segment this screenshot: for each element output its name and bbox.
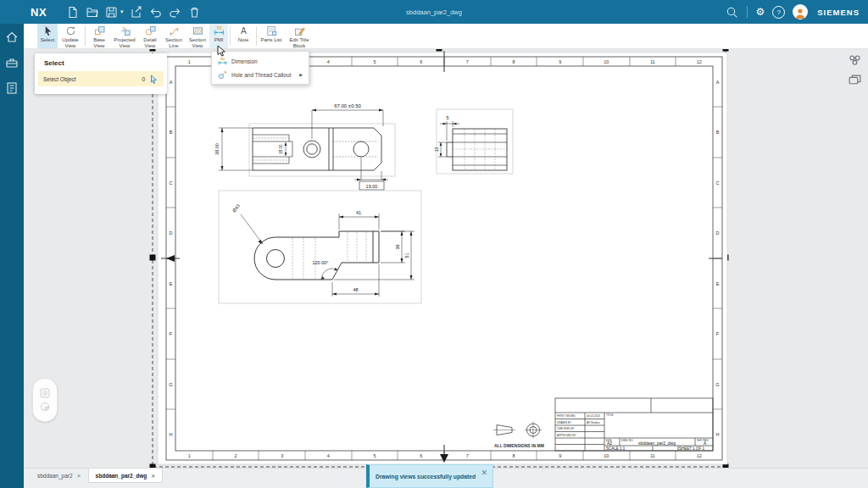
ribbon-button-section-line[interactable]: Section Line — [162, 24, 186, 48]
zone-label: 9 — [537, 57, 583, 66]
svg-text:A: A — [241, 26, 247, 36]
ribbon-button-label: Detail View — [138, 37, 162, 48]
ribbon-button-note[interactable]: A Note — [232, 24, 254, 48]
panels-icon[interactable] — [848, 73, 862, 87]
cursor-icon — [42, 25, 53, 36]
titlebar-separator — [747, 6, 748, 18]
touch-controls[interactable] — [32, 378, 58, 422]
base-view-icon — [94, 25, 105, 36]
ribbon-button-label: Section View — [186, 37, 209, 48]
tab-label: sbddaan_par2_dwg — [96, 473, 147, 479]
zone-label: 2 — [213, 451, 259, 460]
toast-notification: Drawing views successfully updated ✕ — [366, 464, 493, 488]
tab-close-icon[interactable]: ✕ — [151, 473, 155, 479]
refresh-icon — [65, 25, 76, 36]
tb-first-issued-label: FIRST ISSUED — [557, 414, 576, 418]
journal-icon[interactable] — [5, 81, 19, 98]
zone-label: A — [713, 57, 722, 108]
ribbon-button-label: Section Line — [162, 37, 186, 48]
select-panel: Select Select Object 0 — [35, 53, 167, 94]
dimension-icon — [218, 57, 227, 66]
zone-label: 3 — [259, 451, 305, 460]
tb-approved-by-label: APPROVED BY — [557, 434, 577, 437]
dim-text: 19.00 — [366, 184, 378, 189]
zone-label: 10 — [583, 451, 630, 460]
zone-label: 8 — [491, 57, 537, 66]
dim-text: 5 — [446, 115, 448, 120]
submenu-arrow-icon: ▶ — [299, 72, 303, 77]
dim-text: 120.00° — [312, 260, 328, 265]
menu-item-hole-thread-callout[interactable]: Hole and Thread Callout ▶ — [212, 68, 309, 81]
zone-label: 11 — [630, 57, 676, 66]
ribbon-button-select[interactable]: Select — [37, 24, 58, 48]
ribbon-button-section-view[interactable]: Section View — [186, 24, 209, 48]
ribbon-button-parts-list[interactable]: Parts List — [259, 24, 284, 48]
zone-label: 6 — [398, 57, 444, 66]
select-cursor-icon — [150, 75, 159, 84]
tab-close-icon[interactable]: ✕ — [77, 473, 81, 479]
tab-part[interactable]: sbddaan_par2 ✕ — [31, 469, 88, 482]
zone-label: 8 — [491, 451, 537, 460]
tab-drawing[interactable]: sbddaan_par2_dwg ✕ — [88, 469, 164, 483]
dim-text: 48 — [353, 287, 358, 292]
right-toolbar — [848, 53, 862, 87]
dimensions-note: ALL DIMENSIONS IN MM — [494, 443, 544, 448]
ribbon-button-label: Parts List — [260, 37, 281, 43]
ribbon-button-label: Base View — [87, 37, 111, 48]
zone-label: D — [713, 208, 722, 259]
tb-drawn-by-value: AV Studios — [587, 421, 600, 424]
dim-text: 41 — [356, 210, 361, 215]
dim-text: 13 — [434, 147, 439, 152]
settings-gear-icon[interactable]: ⚙ — [755, 7, 765, 17]
zone-label: 7 — [444, 451, 491, 460]
tb-dwg-no: sbddaan_par2_dwg — [638, 441, 676, 446]
ribbon-button-label: Projected View — [111, 37, 138, 48]
zone-label: 4 — [305, 57, 352, 66]
zone-label: 11 — [630, 451, 676, 460]
zone-label: 10 — [583, 57, 630, 66]
keypad-icon — [40, 388, 50, 398]
ribbon-divider — [85, 26, 86, 46]
tb-title-label: TITLE — [606, 413, 614, 417]
ribbon-button-label: Update View — [58, 37, 83, 48]
select-object-row[interactable]: Select Object 0 — [38, 71, 164, 86]
zone-label: E — [166, 258, 175, 309]
select-object-label: Select Object — [43, 76, 142, 82]
toast-close-icon[interactable]: ✕ — [481, 469, 492, 484]
note-icon: A — [238, 25, 249, 36]
tb-size-value: A2 — [607, 441, 612, 446]
nx-app-window: NX ▾ sbddaan_par2_dwg ⚙ ? SIEMENS — [0, 0, 868, 488]
toolbox-icon[interactable] — [5, 56, 19, 73]
menu-item-label: Dimension — [231, 58, 258, 64]
ribbon-divider — [230, 26, 231, 46]
home-icon[interactable] — [5, 30, 19, 47]
ribbon-button-detail-view[interactable]: Detail View — [138, 24, 162, 48]
dim-text: 51 — [404, 252, 409, 258]
tb-first-issued-value: 04-02-2021 — [587, 414, 601, 418]
user-avatar[interactable] — [793, 4, 808, 19]
ribbon-button-label: PMI — [214, 37, 224, 43]
edit-title-block-icon — [294, 25, 305, 36]
ribbon-divider — [256, 26, 257, 46]
help-icon[interactable]: ? — [772, 6, 785, 19]
zone-label: G — [166, 359, 175, 410]
projected-view-icon — [120, 25, 131, 36]
zone-label: H — [713, 410, 722, 461]
pmi-icon — [214, 25, 225, 36]
ribbon-button-projected-view[interactable]: Projected View — [111, 24, 138, 48]
zone-label: F — [713, 309, 722, 360]
detail-view-icon — [145, 25, 156, 36]
zone-label: E — [713, 258, 722, 309]
ribbon-toolbar: Select Update View Base View Projected V… — [24, 24, 868, 49]
zone-label: 6 — [398, 451, 444, 460]
model-3d-icon[interactable] — [848, 53, 862, 67]
ribbon-button-label: Edit Title Block — [284, 37, 314, 48]
search-icon[interactable] — [725, 5, 739, 19]
ribbon-button-update-view[interactable]: Update View — [58, 24, 83, 48]
select-panel-title: Select — [35, 53, 167, 67]
sheet-paper[interactable] — [158, 53, 727, 464]
zone-label: G — [713, 359, 722, 410]
gesture-icon — [40, 402, 50, 412]
ribbon-button-edit-title-block[interactable]: Edit Title Block — [284, 24, 314, 48]
ribbon-button-base-view[interactable]: Base View — [87, 24, 111, 48]
